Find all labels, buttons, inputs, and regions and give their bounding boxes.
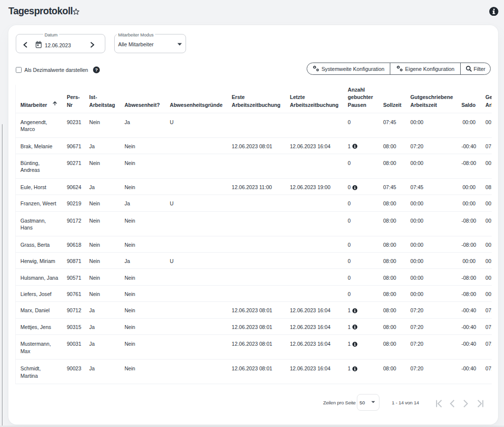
- svg-text:?: ?: [95, 67, 98, 72]
